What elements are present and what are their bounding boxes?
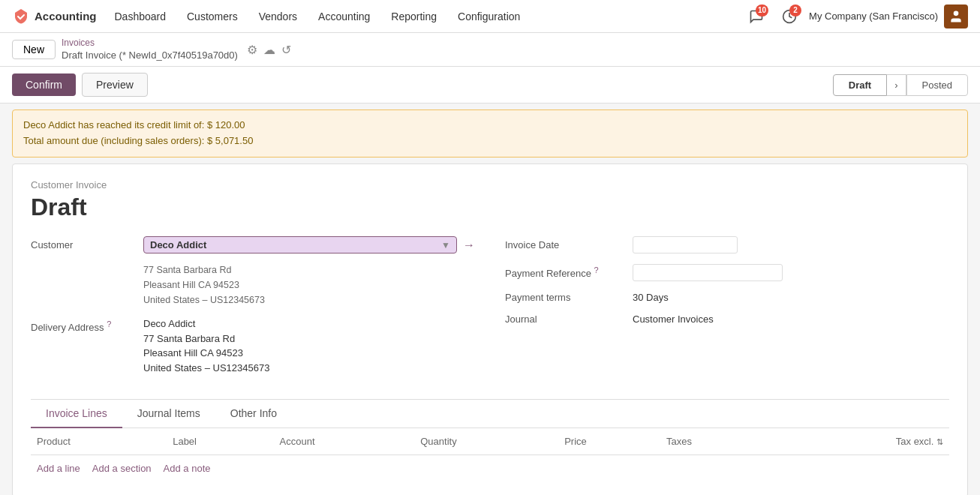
col-account: Account (274, 428, 415, 455)
breadcrumb-current: Draft Invoice (* NewId_0x7f40519a70d0) (62, 50, 238, 62)
add-section-button[interactable]: Add a section (92, 463, 152, 474)
warning-line1: Deco Addict has reached its credit limit… (23, 118, 957, 134)
form-right: Invoice Date Payment Reference ? (505, 236, 949, 384)
avatar-icon (948, 9, 963, 24)
payment-terms-label: Payment terms (505, 292, 633, 303)
action-bar: Confirm Preview Draft › Posted (0, 67, 980, 104)
status-bar: Draft › Posted (833, 74, 968, 96)
breadcrumb-parent[interactable]: Invoices (62, 38, 238, 50)
customer-addr-line3: United States – US12345673 (143, 292, 475, 308)
tabs-nav: Invoice Lines Journal Items Other Info (31, 400, 949, 428)
alerts-badge: 2 (789, 4, 801, 16)
col-tax-excl: Tax excl. ⇅ (772, 428, 949, 455)
status-arrow: › (887, 74, 906, 96)
table-actions: Add a line Add a section Add a note (31, 455, 949, 482)
customer-address: 77 Santa Barbara Rd Pleasant Hill CA 945… (143, 262, 475, 308)
customer-dropdown-icon: ▼ (441, 240, 450, 250)
form-grid: Customer Deco Addict ▼ → 77 Santa Barbar… (31, 236, 949, 384)
new-button[interactable]: New (12, 40, 56, 59)
alerts-button[interactable]: 2 (776, 3, 803, 30)
messages-badge: 10 (756, 4, 768, 16)
customer-select[interactable]: Deco Addict ▼ (143, 236, 457, 254)
journal-label: Journal (505, 314, 633, 325)
payment-terms-value[interactable]: 30 Days (633, 292, 669, 303)
tab-invoice-lines[interactable]: Invoice Lines (31, 400, 122, 428)
cloud-icon[interactable]: ☁ (263, 43, 275, 57)
add-note-button[interactable]: Add a note (164, 463, 211, 474)
tabs-container: Invoice Lines Journal Items Other Info P… (31, 399, 949, 482)
delivery-addr-line2: Pleasant Hill CA 94523 (143, 346, 475, 361)
nav-customers[interactable]: Customers (178, 6, 247, 27)
svg-point-1 (954, 10, 959, 16)
messages-button[interactable]: 10 (743, 3, 770, 30)
payment-ref-label: Payment Reference ? (505, 266, 633, 279)
confirm-button[interactable]: Confirm (12, 74, 76, 96)
company-name[interactable]: My Company (San Francisco) (809, 10, 938, 22)
refresh-icon[interactable]: ↺ (281, 43, 291, 57)
form-left: Customer Deco Addict ▼ → 77 Santa Barbar… (31, 236, 475, 384)
journal-value[interactable]: Customer Invoices (633, 314, 714, 325)
customer-address-spacer (31, 262, 143, 266)
delivery-address-field-row: Delivery Address ? Deco Addict 77 Santa … (31, 316, 475, 375)
invoice-status-heading: Draft (31, 194, 949, 221)
app-logo[interactable]: Accounting (12, 8, 97, 26)
nav-reporting[interactable]: Reporting (382, 6, 446, 27)
warning-banner: Deco Addict has reached its credit limit… (12, 110, 968, 158)
avatar[interactable] (944, 4, 968, 28)
customer-field-row: Customer Deco Addict ▼ → (31, 236, 475, 254)
status-draft[interactable]: Draft (833, 74, 887, 96)
nav-right: 10 2 My Company (San Francisco) (743, 3, 968, 30)
customer-goto-icon[interactable]: → (463, 238, 475, 252)
preview-button[interactable]: Preview (82, 73, 148, 97)
warning-line2: Total amount due (including sales orders… (23, 134, 957, 149)
breadcrumb-icons: ⚙ ☁ ↺ (247, 43, 291, 57)
app-logo-icon (12, 8, 30, 26)
breadcrumb: Invoices Draft Invoice (* NewId_0x7f4051… (62, 38, 238, 62)
col-label: Label (167, 428, 273, 455)
invoice-date-value[interactable] (633, 236, 738, 254)
payment-ref-row: Payment Reference ? (505, 264, 949, 281)
main-content: Customer Invoice Draft Customer Deco Add… (12, 164, 968, 495)
payment-terms-row: Payment terms 30 Days (505, 292, 949, 303)
customer-name: Deco Addict (150, 239, 206, 250)
tab-journal-items[interactable]: Journal Items (122, 400, 215, 428)
breadcrumb-bar: New Invoices Draft Invoice (* NewId_0x7f… (0, 33, 980, 67)
col-product: Product (31, 428, 167, 455)
payment-ref-value (633, 264, 783, 281)
col-quantity: Quantity (414, 428, 558, 455)
nav-configuration[interactable]: Configuration (449, 6, 529, 27)
customer-input-wrap: Deco Addict ▼ → (143, 236, 475, 254)
delivery-addr-line1: 77 Santa Barbara Rd (143, 332, 475, 346)
invoice-date-input[interactable] (633, 236, 738, 254)
top-nav: Accounting Dashboard Customers Vendors A… (0, 0, 980, 33)
settings-icon[interactable]: ⚙ (247, 43, 257, 57)
invoice-table: Product Label Account Quantity Price Tax… (31, 428, 949, 482)
invoice-date-label: Invoice Date (505, 239, 633, 250)
delivery-address-label: Delivery Address ? (31, 316, 143, 333)
customer-address-row: 77 Santa Barbara Rd Pleasant Hill CA 945… (31, 262, 475, 308)
col-price: Price (558, 428, 660, 455)
customer-addr-line2: Pleasant Hill CA 94523 (143, 278, 475, 292)
customer-label: Customer (31, 236, 143, 250)
payment-ref-input[interactable] (633, 264, 783, 281)
customer-addr-line1: 77 Santa Barbara Rd (143, 262, 475, 278)
journal-row: Journal Customer Invoices (505, 314, 949, 325)
delivery-address-value: Deco Addict 77 Santa Barbara Rd Pleasant… (143, 316, 475, 375)
invoice-date-row: Invoice Date (505, 236, 949, 254)
invoice-type-label: Customer Invoice (31, 179, 949, 190)
col-taxes: Taxes (660, 428, 772, 455)
add-line-button[interactable]: Add a line (37, 463, 80, 474)
delivery-address-lines: 77 Santa Barbara Rd Pleasant Hill CA 945… (143, 332, 475, 376)
nav-vendors[interactable]: Vendors (250, 6, 306, 27)
nav-accounting[interactable]: Accounting (309, 6, 379, 27)
delivery-addr-line3: United States – US12345673 (143, 361, 475, 376)
app-logo-text: Accounting (35, 10, 97, 22)
nav-dashboard[interactable]: Dashboard (106, 6, 176, 27)
delivery-name: Deco Addict (143, 316, 475, 332)
tab-other-info[interactable]: Other Info (215, 400, 292, 428)
status-posted[interactable]: Posted (906, 74, 968, 96)
